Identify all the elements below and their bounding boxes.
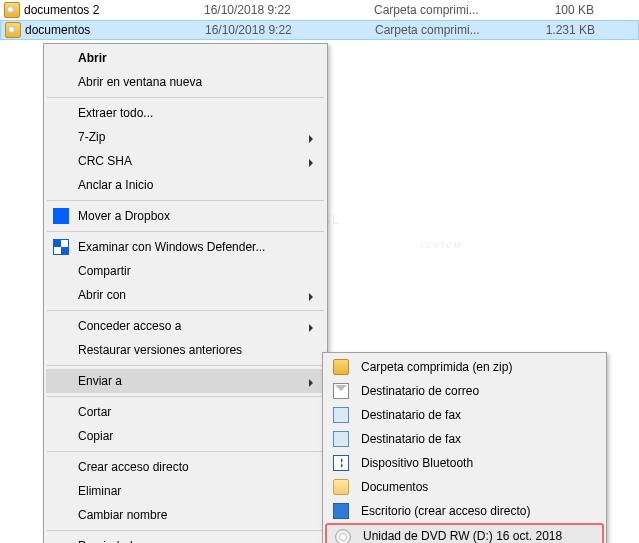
file-size: 100 KB <box>524 3 604 17</box>
chevron-right-icon <box>307 321 315 335</box>
menu-defender[interactable]: Examinar con Windows Defender... <box>46 235 325 259</box>
file-row-selected[interactable]: documentos 16/10/2018 9:22 Carpeta compr… <box>0 20 639 40</box>
file-type: Carpeta comprimi... <box>375 23 525 37</box>
menu-copy[interactable]: Copiar <box>46 424 325 448</box>
file-name: documentos <box>25 23 205 37</box>
desktop-icon <box>333 503 349 519</box>
menu-separator <box>47 200 324 201</box>
menu-separator <box>47 310 324 311</box>
menu-7zip[interactable]: 7-Zip <box>46 125 325 149</box>
sendto-dvd-drive[interactable]: Unidad de DVD RW (D:) 16 oct. 2018 <box>325 523 604 543</box>
menu-separator <box>47 396 324 397</box>
menu-dropbox[interactable]: Mover a Dropbox <box>46 204 325 228</box>
menu-send-to[interactable]: Enviar a <box>46 369 325 393</box>
context-menu: Abrir Abrir en ventana nueva Extraer tod… <box>43 43 328 543</box>
sendto-desktop[interactable]: Escritorio (crear acceso directo) <box>325 499 604 523</box>
bluetooth-icon <box>333 455 349 471</box>
zip-icon <box>333 359 349 375</box>
sendto-fax[interactable]: Destinatario de fax <box>325 403 604 427</box>
send-to-submenu: Carpeta comprimida (en zip) Destinatario… <box>322 352 607 543</box>
file-list: documentos 2 16/10/2018 9:22 Carpeta com… <box>0 0 639 40</box>
menu-separator <box>47 97 324 98</box>
menu-open[interactable]: Abrir <box>46 46 325 70</box>
file-date: 16/10/2018 9:22 <box>204 3 374 17</box>
menu-separator <box>47 365 324 366</box>
sendto-documents[interactable]: Documentos <box>325 475 604 499</box>
chevron-right-icon <box>307 156 315 170</box>
sendto-fax[interactable]: Destinatario de fax <box>325 427 604 451</box>
sendto-bluetooth[interactable]: Dispositivo Bluetooth <box>325 451 604 475</box>
menu-pin-start[interactable]: Anclar a Inicio <box>46 173 325 197</box>
menu-separator <box>47 231 324 232</box>
menu-properties[interactable]: Propiedades <box>46 534 325 543</box>
fax-icon <box>333 431 349 447</box>
chevron-right-icon <box>307 376 315 390</box>
menu-separator <box>47 530 324 531</box>
menu-separator <box>47 451 324 452</box>
dvd-icon <box>335 529 351 543</box>
dropbox-icon <box>53 208 69 224</box>
fax-icon <box>333 407 349 423</box>
chevron-right-icon <box>307 290 315 304</box>
sendto-mail[interactable]: Destinatario de correo <box>325 379 604 403</box>
zip-file-icon <box>4 2 20 18</box>
file-name: documentos 2 <box>24 3 204 17</box>
menu-create-shortcut[interactable]: Crear acceso directo <box>46 455 325 479</box>
menu-open-new-window[interactable]: Abrir en ventana nueva <box>46 70 325 94</box>
menu-crc-sha[interactable]: CRC SHA <box>46 149 325 173</box>
zip-file-icon <box>5 22 21 38</box>
menu-restore-versions[interactable]: Restaurar versiones anteriores <box>46 338 325 362</box>
sendto-zip[interactable]: Carpeta comprimida (en zip) <box>325 355 604 379</box>
folder-icon <box>333 479 349 495</box>
menu-open-with[interactable]: Abrir con <box>46 283 325 307</box>
chevron-right-icon <box>307 132 315 146</box>
file-type: Carpeta comprimi... <box>374 3 524 17</box>
menu-delete[interactable]: Eliminar <box>46 479 325 503</box>
defender-icon <box>53 239 69 255</box>
menu-share[interactable]: Compartir <box>46 259 325 283</box>
file-date: 16/10/2018 9:22 <box>205 23 375 37</box>
file-size: 1.231 KB <box>525 23 605 37</box>
mail-icon <box>333 383 349 399</box>
menu-rename[interactable]: Cambiar nombre <box>46 503 325 527</box>
menu-grant-access[interactable]: Conceder acceso a <box>46 314 325 338</box>
file-row[interactable]: documentos 2 16/10/2018 9:22 Carpeta com… <box>0 0 639 20</box>
menu-cut[interactable]: Cortar <box>46 400 325 424</box>
menu-extract-all[interactable]: Extraer todo... <box>46 101 325 125</box>
